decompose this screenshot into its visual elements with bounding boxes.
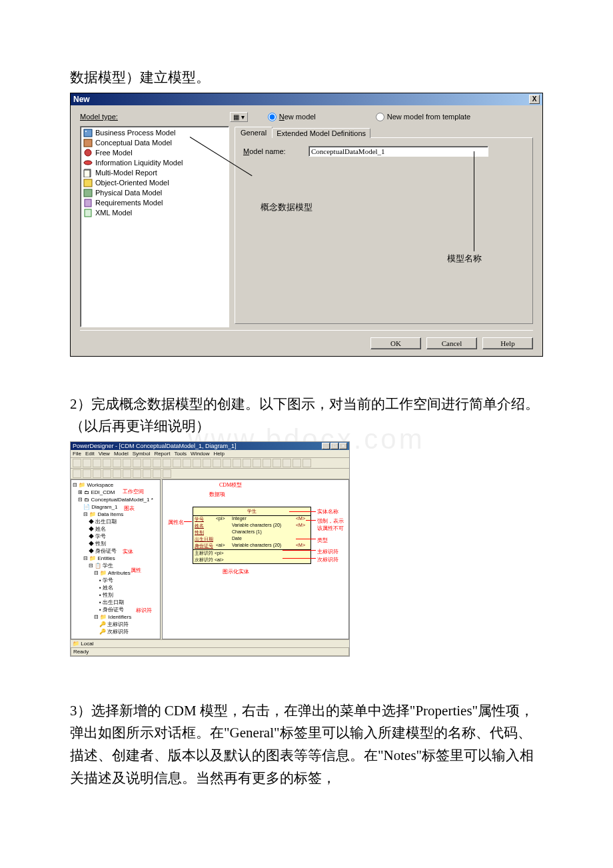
tab-panel: Model name: 概念数据模型 模型名称 [235, 137, 533, 324]
svg-point-1 [85, 131, 87, 132]
list-item[interactable]: XML Model [82, 208, 227, 218]
object-browser-tree[interactable]: ⊟ 📁 Workspace ⊞ 🗀 EDI_CDM ⊟ 🗀 Conceptual… [71, 479, 161, 639]
list-item[interactable]: Business Process Model [82, 128, 227, 138]
ok-button[interactable]: OK [370, 337, 421, 349]
label-graphic-entity: 图示化实体 [223, 568, 249, 575]
label-data-item: 数据项 [209, 491, 225, 498]
label-diagram: 图表 [124, 505, 135, 512]
svg-point-3 [85, 149, 91, 156]
minimize-button[interactable]: _ [322, 443, 330, 449]
svg-rect-6 [84, 170, 90, 177]
paragraph: 2）完成概念数据模型的创建。以下图示，对当前的工作空间进行简单介绍。（以后再更详… [70, 393, 543, 438]
status-bar: Ready [71, 647, 349, 656]
paragraph: 3）选择新增的 CDM 模型，右击，在弹出的菜单中选择"Properties"属… [70, 700, 543, 789]
local-tab[interactable]: 📁 Local [71, 639, 349, 647]
model-name-input[interactable] [308, 146, 488, 157]
label-entity: 实体 [123, 548, 133, 555]
label-attr: 属性 [131, 567, 141, 574]
toolbar-2[interactable] [71, 469, 349, 479]
label-identifier: 标识符 [136, 607, 152, 614]
label-mandatory: 强制，表示该属性不可 [317, 517, 348, 532]
diagram-canvas[interactable]: CDM模型 数据项 学生 学号<pi>Integer<M> 姓名Variable… [162, 479, 349, 639]
maximize-button[interactable]: □ [330, 443, 338, 449]
entity-box[interactable]: 学生 学号<pi>Integer<M> 姓名Variable character… [193, 507, 311, 564]
annotation-cdm: 概念数据模型 [261, 201, 312, 213]
label-workspace: 工作空间 [123, 488, 144, 495]
label-attr-name: 属性名 [168, 519, 184, 526]
toolbar-1[interactable] [71, 458, 349, 469]
svg-rect-8 [84, 189, 92, 197]
cancel-button[interactable]: Cancel [426, 337, 477, 349]
svg-rect-9 [85, 199, 91, 207]
tab-extended[interactable]: Extended Model Definitions [272, 128, 370, 138]
list-item[interactable]: Free Model [82, 148, 227, 158]
list-item[interactable]: Physical Data Model [82, 188, 227, 198]
label-type: 类型 [317, 537, 328, 544]
label-primary-id: 主标识符 [317, 548, 338, 555]
new-from-template-radio[interactable]: New model from template [376, 113, 470, 121]
new-dialog: New X MModel type:odel type: ▦ ▾ New mod… [70, 93, 543, 357]
menu-bar[interactable]: FileEditViewModelSymbolReportToolsWindow… [71, 450, 349, 458]
powerdesigner-window: PowerDesigner - [CDM ConceptualDataModel… [70, 441, 350, 657]
close-button[interactable]: × [339, 443, 347, 449]
svg-point-4 [84, 161, 92, 165]
app-title-bar: PowerDesigner - [CDM ConceptualDataModel… [71, 442, 349, 450]
model-type-label: MModel type:odel type: [80, 113, 230, 121]
dialog-title: New [73, 95, 90, 104]
list-item[interactable]: Requirements Model [82, 198, 227, 208]
help-button[interactable]: Help [482, 337, 533, 349]
view-mode-button[interactable]: ▦ ▾ [230, 112, 248, 122]
close-button[interactable]: X [529, 95, 540, 104]
new-model-radio[interactable]: New model [268, 113, 316, 121]
svg-rect-10 [85, 209, 91, 217]
model-type-list[interactable]: Business Process Model Conceptual Data M… [80, 126, 229, 327]
tab-general[interactable]: General [235, 127, 273, 138]
label-cdm-model: CDM模型 [219, 481, 242, 489]
annotation-modelname: 模型名称 [447, 253, 482, 265]
list-item[interactable]: Information Liquidity Model [82, 158, 227, 168]
paragraph: 数据模型）建立模型。 [70, 67, 543, 89]
label-secondary-id: 次标识符 [317, 556, 338, 563]
label-entity-name: 实体名称 [317, 508, 338, 515]
model-name-label: Model name: [243, 147, 303, 155]
title-bar: New X [71, 93, 542, 105]
svg-rect-2 [84, 139, 92, 147]
svg-rect-0 [84, 129, 92, 137]
list-item[interactable]: Multi-Model Report [82, 168, 227, 178]
svg-rect-7 [84, 179, 92, 187]
list-item[interactable]: Object-Oriented Model [82, 178, 227, 188]
